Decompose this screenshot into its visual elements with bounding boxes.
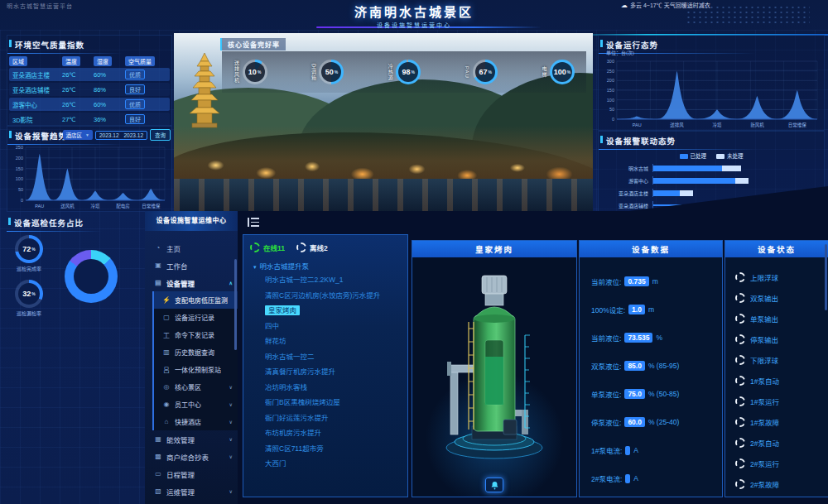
svg-text:冷塔: 冷塔 bbox=[90, 203, 100, 209]
collapse-sidebar-icon[interactable] bbox=[248, 218, 259, 227]
sidebar-item[interactable]: ▦ 能效管理 ∨ bbox=[145, 430, 238, 448]
cell-temp: 26℃ bbox=[62, 86, 94, 94]
menu-item-label: 员工中心 bbox=[175, 400, 201, 409]
device-data-row: 双泵液位: 85.0 % (85-95) bbox=[591, 352, 722, 380]
online-status-icon bbox=[250, 242, 260, 252]
tree-item[interactable]: 明水古城一控二 bbox=[265, 349, 404, 365]
sidebar-item[interactable]: ▢ 设备运行记录 bbox=[152, 309, 238, 326]
legend-rest-swatch bbox=[716, 154, 724, 159]
device-status-row: 2#泵自动 bbox=[735, 432, 828, 453]
tree-item[interactable]: 四中 bbox=[265, 319, 404, 334]
status-indicator-icon bbox=[735, 458, 745, 468]
data-label: 当前液位: bbox=[591, 333, 621, 343]
svg-text:100: 100 bbox=[607, 98, 614, 103]
inspection-body: 72% 巡检完成率 32% 巡检漏检率 bbox=[7, 235, 142, 317]
sidebar-item[interactable]: ▩ 商户综合抄表 ∨ bbox=[145, 448, 238, 465]
svg-text:冷塔: 冷塔 bbox=[712, 122, 722, 128]
health-gauge: 冷热源 98% bbox=[388, 60, 421, 84]
tree-item[interactable]: 冶坊明水客栈 bbox=[265, 380, 404, 396]
inspection-stats: 72% 巡检完成率 32% 巡检漏检率 bbox=[10, 235, 48, 317]
tree-item[interactable]: 明水古城一控二2.2KW_1 bbox=[265, 272, 404, 288]
tree-item[interactable]: 衙门B区黑槐树烧烤边屋 bbox=[265, 395, 404, 410]
data-value-chip: 75.0 bbox=[624, 389, 645, 399]
tree-item[interactable]: 清照C区河边机房(水饺店旁)污水提升 bbox=[265, 288, 404, 304]
menu-item-icon: ⌂ bbox=[161, 418, 171, 425]
sidebar-item[interactable]: ▣ 工作台 bbox=[145, 257, 238, 274]
area-select[interactable]: 酒店区 ▼ bbox=[63, 130, 93, 140]
device-status-row: 1#泵故障 bbox=[735, 411, 828, 432]
pump-panel-title: 皇家烤肉 bbox=[412, 241, 576, 257]
data-label: 单泵液位: bbox=[591, 389, 621, 399]
sidebar-item[interactable]: ◔ 主页 bbox=[145, 239, 238, 257]
device-data-panel: 设备数据 当前液位: 0.735 m 100%设定: 1.0 m bbox=[579, 240, 723, 497]
tree-item[interactable]: 清照C区711超市旁 bbox=[265, 441, 404, 457]
cell-region: 亚朵酒店辅楼 bbox=[12, 85, 62, 94]
cell-humidity: 60% bbox=[94, 101, 125, 108]
sidebar-item[interactable]: ▧ 运维管理 ∨ bbox=[145, 482, 238, 500]
sidebar-menu: ◔ 主页 ▣ 工作台 ▤ 设备管理 ∧ bbox=[145, 239, 238, 500]
sidebar-item[interactable]: ◎ 核心景区 ∨ bbox=[152, 378, 238, 396]
content-scrollbar[interactable] bbox=[825, 244, 827, 310]
search-button[interactable]: 查询 bbox=[150, 129, 171, 141]
sidebar-item[interactable]: ◉ 员工中心 ∨ bbox=[152, 396, 238, 413]
inspection-title: 设备巡检任务占比 bbox=[7, 214, 142, 232]
sidebar-item[interactable]: ▥ 历史数据查询 bbox=[152, 343, 238, 361]
status-label: 停泵输出 bbox=[750, 334, 778, 344]
gauge-ring: 100% bbox=[550, 60, 575, 84]
tree-item[interactable]: 皇家烤肉 bbox=[265, 303, 404, 319]
quality-badge: 优质 bbox=[125, 99, 145, 109]
status-label: 1#泵故障 bbox=[750, 417, 779, 427]
tree-item[interactable]: 布坊机房污水提升 bbox=[265, 425, 404, 441]
device-data-row: 2#泵电流: A bbox=[591, 464, 722, 492]
data-value-chip: 60.0 bbox=[624, 417, 645, 427]
sidebar-item[interactable]: ▤ 设备管理 ∧ bbox=[145, 274, 238, 291]
device-data-title: 设备数据 bbox=[580, 241, 722, 257]
svg-text:200: 200 bbox=[607, 78, 614, 83]
cell-humidity: 60% bbox=[94, 71, 125, 79]
chevron-icon: ∨ bbox=[227, 488, 233, 494]
sidebar-item[interactable]: ⚡ 变配电房低压监测 bbox=[152, 291, 238, 309]
sidebar-item[interactable]: ⌂ 快捷酒店 ∨ bbox=[152, 413, 238, 430]
tree-item[interactable]: 鲜花坊 bbox=[265, 334, 404, 349]
data-unit: % (25-40) bbox=[648, 418, 679, 426]
page-title-box: 济南明水古城景区 设备设施智慧运营中心 bbox=[354, 2, 474, 29]
svg-text:200: 200 bbox=[16, 156, 23, 161]
device-tree-list: 明水古城一控二2.2KW_1 清照C区河边机房(水饺店旁)污水提升 皇家烤肉 四… bbox=[243, 272, 407, 472]
sidebar-item[interactable]: ▭ 日程管理 bbox=[145, 465, 238, 482]
status-label: 单泵输出 bbox=[750, 314, 778, 324]
device-status-title: 设备状态 bbox=[725, 241, 828, 257]
caret-down-icon: ▾ bbox=[253, 264, 257, 270]
tree-item[interactable]: 衙门好运莲污水提升 bbox=[265, 410, 404, 426]
device-status-row: 2#泵故障 bbox=[735, 473, 828, 494]
status-label: 2#泵故障 bbox=[750, 479, 779, 489]
alarm-bell-button[interactable] bbox=[485, 478, 503, 492]
tree-root-node[interactable]: ▾明水古城提升泵 bbox=[243, 256, 407, 272]
status-indicator-icon bbox=[735, 314, 745, 324]
data-unit: % bbox=[656, 334, 662, 342]
tree-item[interactable]: 大西门 bbox=[265, 456, 404, 472]
air-quality-panel: 环境空气质量指数 区域 温度 湿度 空气质量 亚朵酒店主楼 26℃ 60% 优质… bbox=[7, 35, 172, 126]
health-gauge: 电梯 100% bbox=[541, 60, 575, 84]
date-range-input[interactable]: 2023.12 2023.12 bbox=[95, 131, 147, 140]
device-data-row: 单泵液位: 75.0 % (50-85) bbox=[591, 380, 722, 408]
menu-item-icon: ▥ bbox=[161, 348, 171, 356]
tree-item[interactable]: 清真餐厅机房污水提升 bbox=[265, 364, 404, 380]
col-temp: 温度 bbox=[62, 56, 80, 66]
sidebar-item[interactable]: 呂 一体化预制泵站 bbox=[152, 361, 238, 378]
chevron-icon: ∨ bbox=[227, 384, 233, 390]
menu-item-icon: 工 bbox=[161, 330, 171, 339]
tree-item-label: 清照C区河边机房(水饺店旁)污水提升 bbox=[265, 291, 380, 300]
menu-item-label: 命令下发记录 bbox=[175, 330, 214, 339]
alarm-trend-controls: 酒店区 ▼ 2023.12 2023.12 查询 bbox=[63, 129, 171, 141]
air-quality-table: 亚朵酒店主楼 26℃ 60% 优质 亚朵酒店辅楼 26℃ 86% 良好 游客中心… bbox=[7, 68, 171, 126]
menu-item-icon: ▤ bbox=[153, 279, 163, 286]
table-row: 3D影院 27℃ 36% 良好 bbox=[9, 113, 170, 126]
device-status-row: 上限浮球 bbox=[735, 266, 828, 287]
device-status-rows: 上限浮球 双泵输出 单泵输出 bbox=[725, 257, 828, 494]
stat-missed: 32% 巡检漏检率 bbox=[10, 280, 48, 317]
sidebar-item[interactable]: 工 命令下发记录 bbox=[152, 326, 238, 343]
sidebar-scrollbar[interactable] bbox=[234, 259, 237, 350]
device-status-panel: 设备状态 上限浮球 双泵输出 bbox=[724, 240, 828, 497]
page-title: 济南明水古城景区 bbox=[354, 2, 474, 20]
col-humidity: 湿度 bbox=[94, 56, 112, 66]
